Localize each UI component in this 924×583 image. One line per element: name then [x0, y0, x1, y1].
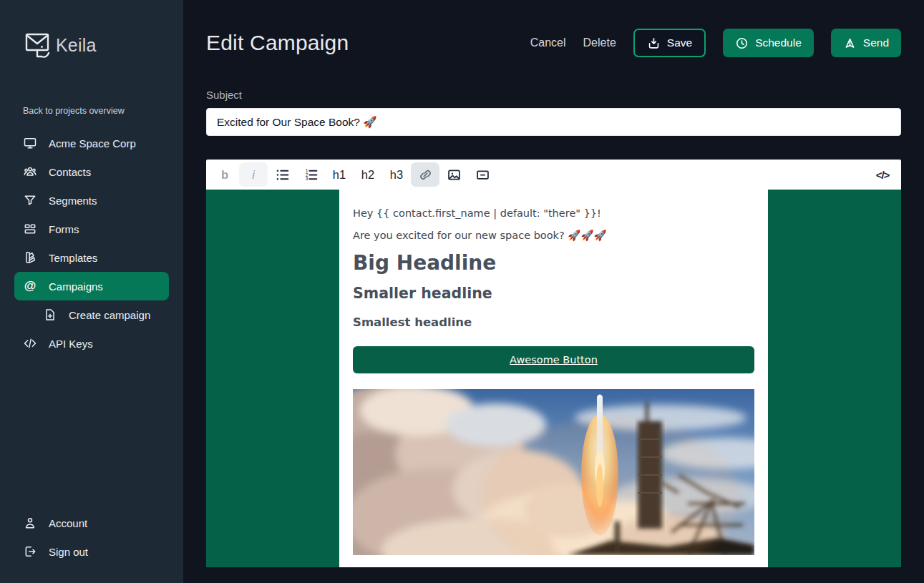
email-intro: Are you excited for our new space book? …	[353, 229, 754, 242]
link-button[interactable]	[411, 162, 439, 187]
image-button[interactable]	[439, 162, 468, 187]
link-icon	[418, 167, 433, 182]
code-icon	[23, 336, 37, 351]
main-content: Edit Campaign Cancel Delete Save Schedul…	[183, 0, 924, 583]
header-actions: Cancel Delete Save Schedule	[530, 29, 901, 57]
sidebar-item-forms[interactable]: Forms	[14, 215, 169, 243]
heading1-button[interactable]: h1	[325, 162, 354, 187]
bullet-list-button[interactable]	[268, 162, 296, 187]
sidebar-item-label: Account	[49, 517, 87, 529]
at-sign-icon: @	[23, 279, 37, 293]
sidebar-item-project[interactable]: Acme Space Corp	[14, 129, 169, 157]
sidebar-item-templates[interactable]: Templates	[14, 243, 169, 272]
save-icon	[647, 36, 661, 50]
subject-label: Subject	[206, 89, 901, 101]
funnel-icon	[23, 193, 37, 207]
send-button[interactable]: Send	[831, 29, 901, 57]
sidebar-item-segments[interactable]: Segments	[14, 186, 169, 215]
email-greeting: Hey {{ contact.first_name | default: "th…	[353, 207, 754, 220]
ordered-list-button[interactable]: 1 2 3	[296, 162, 325, 187]
sidebar-item-label: Create campaign	[69, 309, 150, 321]
users-icon	[23, 165, 37, 179]
email-cta-button[interactable]: Awesome Button	[353, 346, 754, 373]
sidebar-nav: Acme Space Corp Contacts Segments Fo	[23, 129, 160, 358]
sidebar-item-label: Campaigns	[49, 280, 103, 293]
svg-text:3: 3	[305, 176, 308, 181]
sidebar-item-label: Segments	[49, 195, 97, 207]
sidebar-item-create-campaign[interactable]: Create campaign	[14, 300, 169, 329]
image-icon	[447, 167, 462, 182]
bold-button[interactable]: b	[210, 162, 239, 187]
schedule-button[interactable]: Schedule	[723, 29, 814, 57]
heading2-button[interactable]: h2	[354, 162, 382, 187]
sidebar-item-label: Sign out	[49, 546, 88, 558]
document-add-icon	[43, 308, 57, 322]
cancel-button[interactable]: Cancel	[530, 36, 566, 49]
back-to-projects-link[interactable]: Back to projects overview	[23, 106, 160, 116]
sidebar-footer: Account Sign out	[23, 509, 160, 566]
sidebar-item-campaigns[interactable]: @ Campaigns	[14, 272, 169, 300]
delete-button[interactable]: Delete	[583, 36, 616, 49]
sidebar-item-label: Forms	[49, 223, 79, 235]
user-icon	[23, 516, 37, 530]
app-root: Keila Back to projects overview Acme Spa…	[0, 0, 924, 583]
italic-button[interactable]: i	[239, 162, 268, 187]
editor-toolbar: b i 1 2 3 h1 h2 h3	[206, 160, 901, 190]
header: Edit Campaign Cancel Delete Save Schedul…	[206, 29, 901, 57]
layout-icon	[23, 222, 37, 236]
sign-out-icon	[23, 544, 37, 559]
sidebar-item-api-keys[interactable]: API Keys	[14, 329, 169, 358]
page-title: Edit Campaign	[206, 31, 349, 55]
email-headline-smallest: Smallest headline	[353, 315, 754, 329]
sidebar-spacer	[23, 358, 160, 509]
email-headline-big: Big Headline	[353, 251, 754, 275]
sidebar-item-label: Contacts	[49, 166, 91, 178]
templates-icon	[23, 250, 37, 265]
keila-logo[interactable]: Keila	[23, 29, 160, 62]
monitor-icon	[23, 136, 37, 150]
sidebar-item-label: API Keys	[49, 338, 93, 350]
clock-icon	[735, 36, 749, 50]
sidebar: Keila Back to projects overview Acme Spa…	[0, 0, 183, 583]
bullet-list-icon	[275, 167, 290, 182]
app-title: Keila	[56, 35, 97, 56]
sidebar-item-sign-out[interactable]: Sign out	[14, 537, 169, 566]
email-headline-smaller: Smaller headline	[353, 285, 754, 302]
button-block-icon	[475, 167, 490, 182]
sidebar-item-label: Templates	[49, 252, 97, 264]
sidebar-item-label: Acme Space Corp	[49, 137, 136, 150]
button-block-button[interactable]	[468, 162, 497, 187]
rocket-launch-image[interactable]	[353, 389, 754, 555]
email-editor-canvas[interactable]: Hey {{ contact.first_name | default: "th…	[206, 190, 901, 567]
heading3-button[interactable]: h3	[382, 162, 411, 187]
email-body[interactable]: Hey {{ contact.first_name | default: "th…	[339, 190, 768, 567]
send-icon	[843, 36, 857, 50]
ordered-list-icon: 1 2 3	[303, 167, 318, 182]
subject-input[interactable]	[206, 108, 901, 136]
sidebar-item-contacts[interactable]: Contacts	[14, 157, 169, 186]
html-source-button[interactable]: </>	[868, 162, 897, 187]
keila-envelope-icon	[23, 29, 54, 62]
save-button[interactable]: Save	[633, 29, 706, 57]
sidebar-item-account[interactable]: Account	[14, 509, 169, 537]
